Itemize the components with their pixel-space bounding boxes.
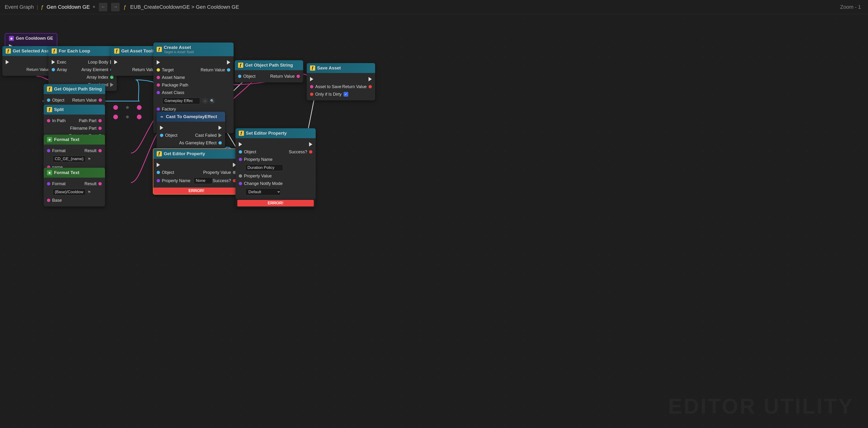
create-assetclass-input-row: ○ 🔍	[153, 96, 234, 105]
set-ep-notify-pin[interactable]	[239, 182, 242, 185]
set-ep-propval-row: Property Value	[236, 172, 316, 180]
get-obj-path-bottom-header: ƒ Get Object Path String	[44, 84, 105, 94]
create-target-pin[interactable]	[157, 68, 160, 72]
split-path-part-pin[interactable]	[98, 119, 102, 122]
create-packagepath-pin[interactable]	[157, 83, 160, 87]
save-exec-in[interactable]	[310, 77, 313, 81]
array-pin[interactable]	[52, 68, 55, 72]
set-ep-propname-input-row	[236, 163, 316, 172]
format2-format-pin[interactable]	[47, 182, 50, 186]
obj-return-pin-bottom[interactable]	[99, 98, 102, 102]
set-ep-notify-input-row: Default	[236, 187, 316, 197]
set-ep-exec-out[interactable]	[309, 142, 312, 146]
set-ep-duration-input[interactable]	[245, 164, 283, 171]
cast-as-gameplay-pin[interactable]	[218, 141, 222, 145]
create-exec-in[interactable]	[157, 60, 160, 64]
obj-return-pin-top[interactable]	[297, 75, 300, 78]
cast-exec-in[interactable]	[160, 126, 163, 130]
format1-result-pin[interactable]	[98, 149, 102, 152]
format2-result-pin[interactable]	[98, 182, 102, 186]
get-ep-obj-pin[interactable]	[157, 171, 160, 174]
exec-in-pin[interactable]	[6, 60, 9, 64]
array-index-pin[interactable]	[110, 76, 114, 79]
format2-input[interactable]	[53, 189, 86, 195]
split-title: Split	[54, 107, 64, 112]
create-asset-icon: ƒ	[157, 47, 162, 52]
get-ep-propname-pin[interactable]	[157, 179, 160, 182]
format1-input-row: ⚑	[44, 154, 105, 164]
set-ep-propname-pin[interactable]	[239, 158, 242, 161]
set-ep-notify-dropdown[interactable]: Default	[245, 189, 281, 195]
get-ep-propname-input[interactable]	[194, 177, 213, 184]
set-ep-exec-in[interactable]	[239, 142, 242, 146]
svg-point-11	[137, 115, 142, 119]
svg-point-10	[126, 115, 129, 118]
set-ep-obj-pin[interactable]	[239, 150, 242, 153]
only-if-dirty-row: Only if Is Dirty ✓	[307, 90, 375, 98]
split-filename-label: Filename Part	[70, 126, 96, 131]
set-ep-propname-row: Property Name	[236, 156, 316, 163]
create-return-pin[interactable]	[227, 68, 230, 72]
breadcrumb-function-icon: ƒ	[123, 4, 126, 10]
create-factory-pin[interactable]	[157, 108, 160, 111]
cast-exec-out[interactable]	[218, 126, 222, 130]
asset-class-dropdown[interactable]	[162, 97, 200, 104]
save-return-pin[interactable]	[369, 85, 372, 88]
format-text-2-body: Format Result ⚑ Base	[44, 178, 105, 206]
event-graph-tab[interactable]: Event Graph	[5, 4, 34, 10]
format1-input[interactable]	[53, 156, 86, 162]
for-each-icon: ƒ	[52, 49, 57, 54]
format2-format-row: Format Result	[44, 180, 105, 188]
create-assetclass-pin[interactable]	[157, 91, 160, 94]
asset-to-save-label: Asset to Save	[315, 84, 341, 89]
create-exec-out[interactable]	[227, 60, 230, 64]
nav-back-button[interactable]: ←	[99, 3, 107, 11]
start-icon: ■	[9, 36, 14, 41]
asset-class-btn1[interactable]: ○	[202, 98, 208, 104]
function-icon: ƒ	[6, 49, 11, 54]
create-assetname-pin[interactable]	[157, 76, 160, 79]
set-ep-success-pin[interactable]	[309, 150, 312, 153]
split-filename-pin[interactable]	[98, 126, 102, 130]
blueprint-canvas[interactable]: ■ Gen Cooldown GE ▶ → ƒ Get Selected Ass…	[0, 14, 868, 428]
completed-pin[interactable]	[110, 83, 114, 87]
cast-failed-pin[interactable]	[218, 133, 222, 138]
for-each-exec-in[interactable]	[52, 60, 55, 64]
set-ep-propval-pin[interactable]	[239, 174, 242, 178]
dirty-pin[interactable]	[310, 93, 313, 96]
gen-cooldown-tab[interactable]: Gen Cooldown GE	[46, 4, 90, 10]
format2-base-pin[interactable]	[47, 199, 50, 202]
create-packagepath-row: Package Path	[153, 81, 234, 89]
set-editor-prop-error: ERROR!	[237, 200, 314, 206]
asset-class-btn2[interactable]: 🔍	[209, 98, 215, 104]
get-ep-exec-in[interactable]	[157, 163, 160, 167]
set-ep-notify-row: Change Notify Mode	[236, 180, 316, 187]
format2-base-label: Base	[52, 198, 62, 203]
dirty-checkbox[interactable]: ✓	[343, 92, 348, 96]
save-asset-title: Save Asset	[317, 65, 341, 70]
set-ep-object-row: Object Success?	[236, 148, 316, 156]
get-editor-prop-body: Object Property Value Property Name Succ…	[153, 159, 240, 188]
get-asset-exec-in[interactable]	[114, 60, 118, 64]
obj-pin-bottom[interactable]	[47, 98, 50, 102]
get-ep-object-row: Object Property Value	[153, 169, 240, 176]
get-obj-path-top-header: ƒ Get Object Path String	[235, 60, 303, 70]
save-asset-node: ƒ Save Asset Asset to Save Return Value	[307, 63, 375, 101]
split-in-pin[interactable]	[47, 119, 50, 122]
create-assetname-row: Asset Name	[153, 74, 234, 81]
save-asset-header: ƒ Save Asset	[307, 63, 375, 73]
cast-obj-pin[interactable]	[160, 134, 163, 137]
set-editor-property-node: ƒ Set Editor Property Object Success?	[236, 128, 316, 207]
close-tab[interactable]: ×	[93, 4, 95, 9]
create-assetclass-label: Asset Class	[162, 90, 184, 95]
set-editor-prop-body: Object Success? Property Name	[236, 138, 316, 199]
obj-pin-top[interactable]	[238, 75, 241, 78]
format1-format-pin[interactable]	[47, 149, 50, 152]
for-each-exec-row: Exec Loop Body	[49, 58, 117, 66]
for-each-exec-label: Exec	[57, 60, 66, 65]
save-exec-out[interactable]	[369, 77, 372, 81]
create-target-label: Target	[162, 67, 174, 73]
asset-to-save-pin[interactable]	[310, 85, 313, 88]
split-filename-row: Filename Part	[44, 124, 105, 132]
nav-forward-button[interactable]: →	[111, 3, 120, 11]
